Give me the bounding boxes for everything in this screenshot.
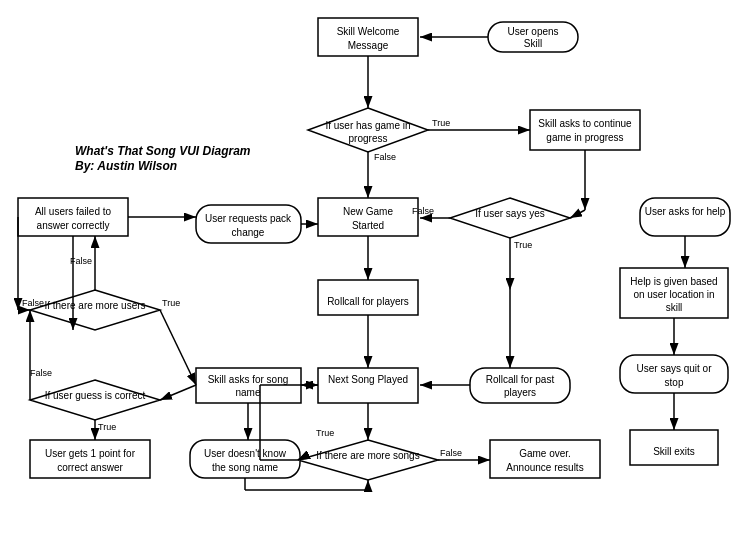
false-label-users: False xyxy=(22,298,44,308)
false-label-yes: False xyxy=(412,206,434,216)
game-over-label: Game over. xyxy=(519,448,571,459)
diagram-container: What's That Song VUI Diagram By: Austin … xyxy=(0,0,740,540)
skill-exits-label: Skill exits xyxy=(653,446,695,457)
game-over-label2: Announce results xyxy=(506,462,583,473)
user-gets-point-label2: correct answer xyxy=(57,462,123,473)
true-label-songs: True xyxy=(316,428,334,438)
rollcall-past-label: Rollcall for past xyxy=(486,374,555,385)
all-users-failed-label: All users failed to xyxy=(35,206,112,217)
skill-asks-song-label2: name xyxy=(235,387,260,398)
diagram-title: What's That Song VUI Diagram xyxy=(75,144,251,158)
skill-welcome-label: Skill Welcome xyxy=(337,26,400,37)
new-game-label: New Game xyxy=(343,206,393,217)
true-label-guess: True xyxy=(98,422,116,432)
continue-game-label: Skill asks to continue xyxy=(538,118,632,129)
user-doesnt-know-label: User doesn't know xyxy=(204,448,287,459)
all-users-failed-label2: answer correctly xyxy=(37,220,110,231)
continue-game-label2: game in progress xyxy=(546,132,623,143)
new-game-label2: Started xyxy=(352,220,384,231)
arrow-skillasks-to-guess xyxy=(160,385,196,400)
true-label-game: True xyxy=(432,118,450,128)
false-label-game: False xyxy=(374,152,396,162)
diagram-subtitle: By: Austin Wilson xyxy=(75,159,177,173)
next-song-label: Next Song Played xyxy=(328,374,408,385)
rollcall-past-label2: players xyxy=(504,387,536,398)
help-given-label2: on user location in xyxy=(633,289,714,300)
user-quit-label: User says quit or xyxy=(636,363,712,374)
continue-game-node xyxy=(530,110,640,150)
game-in-progress-label: If user has game in xyxy=(325,120,410,131)
user-asks-help-label: User asks for help xyxy=(645,206,726,217)
user-requests-pack-label2: change xyxy=(232,227,265,238)
arrow-continue-to-yes2 xyxy=(570,210,585,218)
user-guess-correct-label: If user guess is correct xyxy=(45,390,146,401)
user-says-yes-label: If user says yes xyxy=(475,208,544,219)
game-in-progress-label2: progress xyxy=(349,133,388,144)
user-opens-label2: Skill xyxy=(524,38,542,49)
user-opens-label: User opens xyxy=(507,26,558,37)
skill-welcome-label2: Message xyxy=(348,40,389,51)
help-given-label: Help is given based xyxy=(630,276,717,287)
user-doesnt-know-label2: the song name xyxy=(212,462,279,473)
true-label-users: True xyxy=(162,298,180,308)
skill-asks-song-label: Skill asks for song xyxy=(208,374,289,385)
user-asks-help-node xyxy=(640,198,730,236)
true-label-yes: True xyxy=(514,240,532,250)
more-users-label: If there are more users xyxy=(44,300,145,311)
false-label-songs: False xyxy=(440,448,462,458)
arrow-moreusers-to-skillasks xyxy=(160,310,196,385)
rollcall-label: Rollcall for players xyxy=(327,296,409,307)
user-quit-label2: stop xyxy=(665,377,684,388)
help-given-label3: skill xyxy=(666,302,683,313)
more-songs-label: If there are more songs xyxy=(316,450,419,461)
user-requests-pack-label: User requests pack xyxy=(205,213,292,224)
user-gets-point-label: User gets 1 point for xyxy=(45,448,136,459)
false-label-guess: False xyxy=(30,368,52,378)
